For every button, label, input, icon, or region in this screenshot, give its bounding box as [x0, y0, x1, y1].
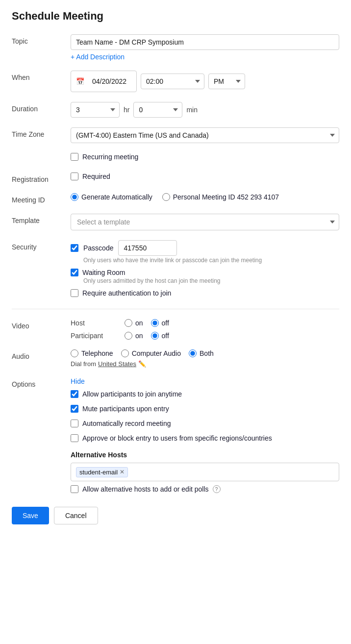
page-title: Schedule Meeting — [12, 10, 339, 23]
meeting-id-label: Meeting ID — [12, 193, 71, 204]
options-hide-link[interactable]: Hide — [71, 377, 85, 385]
recurring-empty-label — [12, 153, 71, 156]
topic-content: + Add Description — [71, 34, 339, 61]
recurring-row: Recurring meeting — [12, 153, 339, 163]
host-video-label: Host — [71, 319, 125, 327]
auto-record-checkbox[interactable] — [71, 420, 78, 427]
allow-join-label: Allow participants to join anytime — [82, 390, 182, 398]
waiting-room-checkbox[interactable] — [71, 269, 78, 276]
recurring-label: Recurring meeting — [82, 153, 138, 161]
ampm-select[interactable]: AM PM — [208, 74, 245, 89]
video-row: Video Host on off Participant — [12, 319, 339, 340]
duration-hr-select[interactable]: 0 1 2 3 4 5 6 7 8 — [71, 102, 120, 118]
participant-on-off-group: on off — [125, 332, 169, 340]
telephone-radio[interactable] — [71, 349, 78, 357]
topic-input[interactable] — [71, 34, 339, 50]
mute-entry-row: Mute participants upon entry — [71, 405, 339, 413]
both-option: Both — [189, 349, 214, 357]
date-input[interactable] — [87, 74, 131, 89]
participant-on-radio[interactable] — [125, 332, 132, 340]
when-content: 📅 02:00 01:00 03:00 04:00 05:00 06:00 07… — [71, 71, 339, 92]
timezone-content: (GMT-4:00) Eastern Time (US and Canada) … — [71, 127, 339, 143]
min-label: min — [186, 106, 198, 114]
host-on-radio[interactable] — [125, 319, 132, 327]
computer-audio-radio[interactable] — [121, 349, 129, 357]
alt-host-tag-remove[interactable]: ✕ — [120, 469, 125, 475]
audio-options: Telephone Computer Audio Both — [71, 349, 339, 357]
video-label: Video — [12, 319, 71, 330]
host-off-label: off — [162, 319, 169, 327]
host-on-off-group: on off — [125, 319, 169, 327]
registration-content: Required — [71, 173, 339, 182]
dial-from-prefix: Dial from — [71, 360, 96, 368]
allow-join-row: Allow participants to join anytime — [71, 390, 339, 398]
both-label: Both — [200, 349, 214, 357]
generate-auto-radio[interactable] — [71, 193, 78, 201]
auto-record-row: Automatically record meeting — [71, 420, 339, 427]
cancel-button[interactable]: Cancel — [54, 507, 98, 524]
personal-id-radio[interactable] — [162, 193, 170, 201]
host-video-row: Host on off — [71, 319, 339, 327]
security-row: Security Passcode Only users who have th… — [12, 240, 339, 299]
recurring-checkbox[interactable] — [71, 153, 78, 161]
host-off-radio[interactable] — [151, 319, 159, 327]
host-on-option: on — [125, 319, 143, 327]
require-auth-label: Require authentication to join — [82, 289, 171, 297]
mute-entry-checkbox[interactable] — [71, 405, 78, 413]
options-content: Hide Allow participants to join anytime … — [71, 377, 339, 493]
video-section: Host on off Participant — [71, 319, 339, 340]
alt-hosts-input[interactable]: student-email ✕ — [71, 463, 339, 481]
recurring-content: Recurring meeting — [71, 153, 339, 163]
waiting-room-label: Waiting Room — [82, 269, 125, 276]
passcode-hint: Only users who have the invite link or p… — [83, 257, 339, 264]
waiting-room-group: Waiting Room Only users admitted by the … — [71, 269, 339, 284]
allow-join-checkbox[interactable] — [71, 390, 78, 398]
template-select[interactable]: Select a template — [71, 214, 339, 230]
generate-auto-label: Generate Automatically — [81, 193, 152, 201]
allow-alt-polls-label: Allow alternative hosts to add or edit p… — [82, 485, 209, 493]
computer-audio-label: Computer Audio — [132, 349, 181, 357]
time-select[interactable]: 02:00 01:00 03:00 04:00 05:00 06:00 07:0… — [141, 74, 204, 89]
generate-auto-option: Generate Automatically — [71, 193, 152, 201]
edit-dial-icon[interactable]: ✏️ — [138, 360, 146, 368]
approve-block-checkbox[interactable] — [71, 434, 78, 442]
mute-entry-label: Mute participants upon entry — [82, 405, 169, 413]
allow-alt-polls-info-icon[interactable]: ? — [213, 485, 221, 493]
template-content: Select a template — [71, 214, 339, 230]
timezone-select[interactable]: (GMT-4:00) Eastern Time (US and Canada) … — [71, 127, 339, 143]
alt-host-tag-text: student-email — [79, 469, 118, 476]
add-description-link[interactable]: + Add Description — [71, 53, 125, 61]
passcode-checkbox[interactable] — [71, 244, 78, 252]
calendar-icon: 📅 — [76, 77, 84, 85]
options-label: Options — [12, 377, 71, 388]
passcode-input[interactable] — [118, 240, 177, 256]
registration-checkbox[interactable] — [71, 173, 78, 180]
allow-alt-polls-row: Allow alternative hosts to add or edit p… — [71, 485, 339, 493]
require-auth-checkbox[interactable] — [71, 289, 78, 297]
video-content: Host on off Participant — [71, 319, 339, 340]
timezone-label: Time Zone — [12, 127, 71, 138]
allow-alt-polls-checkbox[interactable] — [71, 485, 78, 493]
duration-label: Duration — [12, 102, 71, 113]
options-list: Allow participants to join anytime Mute … — [71, 390, 339, 444]
duration-row: Duration 0 1 2 3 4 5 6 7 8 hr 0 15 30 45… — [12, 102, 339, 118]
duration-content: 0 1 2 3 4 5 6 7 8 hr 0 15 30 45 min — [71, 102, 339, 118]
security-label: Security — [12, 240, 71, 251]
alt-hosts-label: Alternative Hosts — [71, 451, 339, 459]
passcode-label: Passcode — [83, 244, 113, 252]
when-row: When 📅 02:00 01:00 03:00 04:00 05:00 06:… — [12, 71, 339, 92]
participant-video-row: Participant on off — [71, 332, 339, 340]
footer-buttons: Save Cancel — [12, 507, 339, 524]
participant-off-radio[interactable] — [151, 332, 159, 340]
topic-label: Topic — [12, 34, 71, 45]
both-radio[interactable] — [189, 349, 197, 357]
computer-audio-option: Computer Audio — [121, 349, 181, 357]
dial-from-country[interactable]: United States — [98, 360, 136, 368]
registration-row: Registration Required — [12, 173, 339, 183]
duration-min-select[interactable]: 0 15 30 45 — [133, 102, 182, 118]
personal-id-option: Personal Meeting ID 452 293 4107 — [162, 193, 279, 201]
date-input-wrap: 📅 — [71, 71, 137, 92]
require-auth-row: Require authentication to join — [71, 289, 339, 297]
meeting-id-content: Generate Automatically Personal Meeting … — [71, 193, 339, 201]
save-button[interactable]: Save — [12, 507, 49, 524]
